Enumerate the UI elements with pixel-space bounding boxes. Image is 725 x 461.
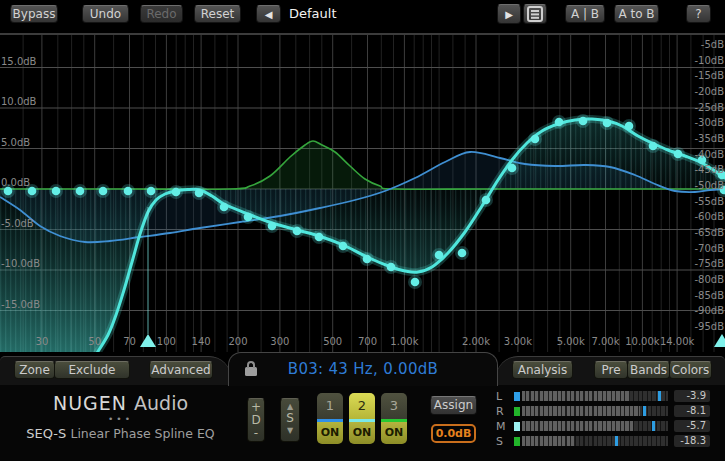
ab-compare-button[interactable]: A | B (565, 5, 605, 23)
right-db-label: -85dB (694, 290, 724, 301)
spline-node[interactable] (124, 187, 133, 196)
right-db-label: -55dB (694, 196, 724, 207)
right-db-label: -15dB (694, 70, 724, 81)
analysis-button[interactable]: Analysis (512, 361, 573, 379)
spline-node[interactable] (195, 189, 204, 198)
advanced-button[interactable]: Advanced (149, 361, 213, 379)
spline-node[interactable] (482, 196, 491, 205)
band-button-2[interactable]: 2ON (349, 393, 375, 444)
delete-node-button[interactable]: + D - (247, 398, 265, 442)
freq-label: 7.00k (591, 336, 619, 347)
eq-curve-fill-stripes (0, 119, 725, 352)
low-freq-marker-triangle[interactable] (140, 334, 156, 347)
spline-node[interactable] (76, 187, 85, 196)
spline-node[interactable] (147, 187, 156, 196)
band-button-3[interactable]: 3ON (381, 393, 407, 444)
zone-button[interactable]: Zone (14, 361, 55, 379)
right-db-label: -50dB (694, 180, 724, 191)
right-db-label: -20dB (694, 86, 724, 97)
spline-node[interactable] (603, 119, 612, 128)
pre-button[interactable]: Pre (594, 361, 628, 379)
product-name: SEQ-S (26, 426, 66, 441)
right-db-label: -25dB (694, 102, 724, 113)
spline-node[interactable] (315, 233, 324, 242)
bypass-button[interactable]: Bypass (10, 5, 58, 23)
band-on-toggle[interactable]: ON (381, 422, 407, 444)
band-button-1[interactable]: 1ON (317, 393, 343, 444)
help-button[interactable]: ? (686, 5, 711, 23)
spline-node[interactable] (649, 142, 658, 151)
band-on-toggle[interactable]: ON (349, 422, 375, 444)
exclude-button[interactable]: Exclude (54, 361, 130, 379)
assign-button[interactable]: Assign (430, 396, 477, 415)
freq-label: 30 (36, 336, 49, 347)
left-db-label: 5.0dB (1, 137, 30, 148)
spline-node[interactable] (387, 263, 396, 272)
undo-button[interactable]: Undo (82, 5, 129, 23)
level-meters: L-3.9R-8.1M-5.7S-18.3 (490, 385, 725, 461)
spline-node[interactable] (172, 188, 181, 197)
meter-value: -5.7 (674, 420, 710, 432)
freq-label: 14.00k (660, 336, 695, 347)
meter-value: -3.9 (674, 390, 710, 402)
meter-row-L: L-3.9 (490, 391, 725, 401)
meter-peak-marker (652, 421, 655, 431)
high-freq-marker-triangle[interactable] (714, 334, 725, 347)
spline-node[interactable] (99, 187, 108, 196)
spline-node[interactable] (268, 222, 277, 231)
a-to-b-button[interactable]: A to B (614, 5, 659, 23)
eq-graph[interactable]: 15.0dB10.0dB5.0dB0.0dB-5.0dB-10.0dB-15.0… (0, 28, 725, 352)
freq-label: 3.00k (504, 336, 532, 347)
reset-button[interactable]: Reset (194, 5, 241, 23)
prev-preset-button[interactable]: ◀ (256, 5, 281, 23)
bands-button[interactable]: Bands (627, 361, 670, 379)
freq-label: 1.00k (390, 336, 418, 347)
spline-node[interactable] (531, 135, 540, 144)
next-preset-button[interactable]: ▶ (497, 4, 521, 24)
band-number-label[interactable]: 3 (381, 393, 407, 419)
left-db-label: 10.0dB (1, 96, 37, 107)
left-db-label: -5.0dB (1, 218, 34, 229)
band-readout: B03: 43 Hz, 0.00dB (229, 353, 497, 386)
colors-button[interactable]: Colors (669, 361, 712, 379)
freq-label: 500 (323, 336, 342, 347)
freq-label: 50 (88, 336, 101, 347)
spline-node[interactable] (52, 187, 61, 196)
preset-menu-button[interactable] (523, 4, 547, 24)
spline-node[interactable] (674, 150, 683, 159)
spline-node[interactable] (508, 164, 517, 173)
spline-node[interactable] (625, 122, 634, 131)
solo-nudge-button[interactable]: ▲ S ▼ (280, 398, 300, 442)
toolbar: Bypass Undo Redo Reset ◀ Default ▶ A | B… (0, 0, 725, 28)
meter-color-chip (514, 422, 520, 431)
redo-button[interactable]: Redo (140, 5, 183, 23)
right-db-label: -60dB (694, 211, 724, 222)
spline-node[interactable] (435, 251, 444, 260)
spline-node[interactable] (363, 255, 372, 264)
band-number-label[interactable]: 2 (349, 393, 375, 419)
spline-node[interactable] (458, 249, 467, 258)
freq-label: 2.00k (462, 336, 490, 347)
left-db-label: 15.0dB (1, 56, 37, 67)
spline-node[interactable] (579, 117, 588, 126)
right-db-label: -70dB (694, 243, 724, 254)
gain-readout[interactable]: 0.0dB (431, 424, 476, 443)
spline-node[interactable] (339, 242, 348, 251)
preset-name[interactable]: Default (289, 5, 337, 23)
spline-node[interactable] (244, 213, 253, 222)
right-db-label: -5dB (701, 39, 724, 50)
right-db-label: -45dB (694, 164, 724, 175)
band-on-toggle[interactable]: ON (317, 422, 343, 444)
spline-node[interactable] (293, 227, 302, 236)
meter-channel-label: M (496, 420, 506, 433)
band-number-label[interactable]: 1 (317, 393, 343, 419)
right-db-label: -75dB (694, 258, 724, 269)
prev-preset-icon: ◀ (265, 9, 273, 20)
spline-node[interactable] (555, 118, 564, 127)
freq-label: 100 (157, 336, 176, 347)
spline-node[interactable] (220, 203, 229, 212)
right-db-label: -35dB (694, 133, 724, 144)
freq-label: 700 (358, 336, 377, 347)
spline-node[interactable] (411, 278, 420, 287)
meter-color-chip (514, 437, 520, 446)
